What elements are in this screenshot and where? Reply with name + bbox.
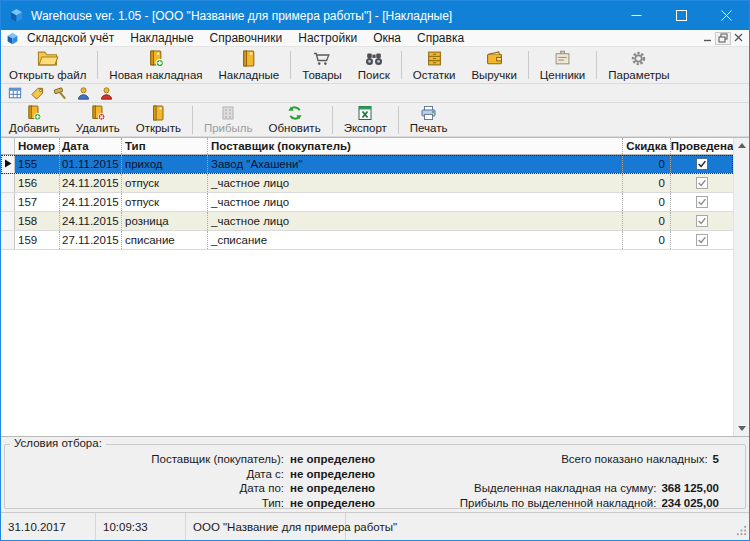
revenue-button[interactable]: Выручки bbox=[463, 47, 524, 83]
status-filler bbox=[346, 513, 749, 540]
cell-date: 24.11.2015 bbox=[60, 174, 122, 192]
totals-summary: Всего показано накладных:5 Выделенная на… bbox=[460, 452, 719, 511]
mdi-restore-button[interactable] bbox=[715, 32, 731, 45]
summary-selected-amount: Выделенная накладная на сумму:368 125,00 bbox=[460, 481, 719, 496]
quick-toolbar bbox=[1, 84, 749, 103]
hammer-icon[interactable] bbox=[51, 85, 70, 102]
cell-posted bbox=[671, 155, 733, 173]
cell-date: 27.11.2015 bbox=[60, 231, 122, 249]
stock-button[interactable]: Остатки bbox=[405, 47, 464, 83]
mdi-close-button[interactable] bbox=[734, 31, 743, 45]
toolbar-separator bbox=[192, 106, 193, 134]
open-file-icon bbox=[37, 50, 59, 68]
posted-checkbox[interactable] bbox=[696, 177, 708, 189]
toolbar-separator bbox=[596, 51, 597, 79]
filter-value: не определено bbox=[290, 496, 375, 511]
summary-label: Выделенная накладная на сумму: bbox=[474, 482, 656, 494]
close-button[interactable] bbox=[704, 1, 749, 30]
window-title: Warehouse ver. 1.05 - [ООО "Название для… bbox=[31, 9, 452, 23]
column-header-number[interactable]: Номер bbox=[15, 138, 60, 154]
scroll-down-icon[interactable] bbox=[738, 426, 746, 431]
user-red-icon[interactable] bbox=[97, 85, 116, 102]
posted-checkbox[interactable] bbox=[696, 215, 708, 227]
cell-supplier: _списание bbox=[208, 231, 623, 249]
row-indicator-cell bbox=[1, 174, 15, 192]
menu-item-directories[interactable]: Справочники bbox=[202, 30, 291, 46]
cell-number: 158 bbox=[15, 212, 60, 230]
price-tags-label: Ценники bbox=[540, 69, 585, 81]
vertical-scrollbar[interactable] bbox=[733, 138, 749, 436]
invoices-button[interactable]: Накладные bbox=[211, 47, 288, 83]
column-header-supplier[interactable]: Поставщик (покупатель) bbox=[208, 138, 623, 154]
search-binoculars-icon bbox=[364, 50, 384, 68]
open-invoice-button[interactable]: Открыть bbox=[128, 103, 189, 136]
new-invoice-button[interactable]: Новая накладная bbox=[101, 47, 210, 83]
cell-discount: 0 bbox=[623, 212, 671, 230]
invoices-grid: Номер Дата Тип Поставщик (покупатель) Ск… bbox=[1, 137, 749, 437]
column-header-posted[interactable]: Проведена bbox=[671, 138, 733, 154]
posted-checkbox[interactable] bbox=[696, 196, 708, 208]
mdi-minimize-button[interactable] bbox=[703, 31, 712, 45]
actions-toolbar: Добавить Удалить Открыть Прибыль Обновит… bbox=[1, 103, 749, 137]
cell-date: 01.11.2015 bbox=[60, 155, 122, 173]
profit-button: Прибыль bbox=[196, 103, 261, 136]
posted-checkbox[interactable] bbox=[696, 234, 708, 246]
row-indicator-cell bbox=[1, 231, 15, 249]
menu-item-help[interactable]: Справка bbox=[409, 30, 472, 46]
print-button[interactable]: Печать bbox=[402, 103, 456, 136]
summary-value: 368 125,00 bbox=[661, 482, 719, 494]
menu-item-windows[interactable]: Окна bbox=[365, 30, 409, 46]
table-grid-icon[interactable] bbox=[5, 85, 24, 102]
maximize-button[interactable] bbox=[659, 1, 704, 30]
filter-field-type: Тип: не определено bbox=[9, 496, 375, 511]
cell-supplier: _частное лицо bbox=[208, 174, 623, 192]
scroll-up-icon[interactable] bbox=[738, 143, 746, 148]
table-row[interactable]: 156 24.11.2015 отпуск _частное лицо 0 bbox=[1, 174, 733, 193]
posted-checkbox[interactable] bbox=[696, 158, 708, 170]
refresh-button[interactable]: Обновить bbox=[261, 103, 329, 136]
summary-value: 234 025,00 bbox=[661, 497, 719, 509]
price-tag-icon[interactable] bbox=[28, 85, 47, 102]
table-row[interactable]: 159 27.11.2015 списание _списание 0 bbox=[1, 231, 733, 250]
open-file-button[interactable]: Открыть файл bbox=[1, 47, 94, 83]
cell-number: 156 bbox=[15, 174, 60, 192]
column-header-discount[interactable]: Скидка bbox=[623, 138, 671, 154]
menu-item-warehouse-accounting[interactable]: Складской учёт bbox=[19, 30, 122, 46]
filter-title: Условия отбора: bbox=[10, 437, 106, 449]
toolbar-separator bbox=[528, 51, 529, 79]
table-row[interactable]: 158 24.11.2015 розница _частное лицо 0 bbox=[1, 212, 733, 231]
invoices-label: Накладные bbox=[219, 69, 280, 81]
cell-type: отпуск bbox=[122, 193, 208, 211]
profit-icon bbox=[220, 105, 236, 121]
grid-header-row: Номер Дата Тип Поставщик (покупатель) Ск… bbox=[1, 138, 733, 155]
search-button[interactable]: Поиск bbox=[350, 47, 398, 83]
user-blue-icon[interactable] bbox=[74, 85, 93, 102]
parameters-button[interactable]: Параметры bbox=[600, 47, 677, 83]
goods-button[interactable]: Товары bbox=[294, 47, 350, 83]
cell-type: приход bbox=[122, 155, 208, 173]
column-header-date[interactable]: Дата bbox=[60, 138, 122, 154]
delete-button[interactable]: Удалить bbox=[68, 103, 128, 136]
add-button[interactable]: Добавить bbox=[1, 103, 68, 136]
open-invoice-icon bbox=[150, 105, 166, 121]
new-invoice-label: Новая накладная bbox=[109, 69, 202, 81]
cell-supplier: Завод "Ахашени" bbox=[208, 155, 623, 173]
toolbar-separator bbox=[332, 106, 333, 134]
refresh-label: Обновить bbox=[269, 122, 321, 134]
minimize-button[interactable] bbox=[614, 1, 659, 30]
cell-discount: 0 bbox=[623, 155, 671, 173]
summary-selected-profit: Прибыль по выделенной накладной:234 025,… bbox=[460, 496, 719, 511]
column-header-type[interactable]: Тип bbox=[122, 138, 208, 154]
cell-date: 24.11.2015 bbox=[60, 212, 122, 230]
resize-grip[interactable] bbox=[736, 525, 747, 538]
table-row[interactable]: 155 01.11.2015 приход Завод "Ахашени" 0 bbox=[1, 155, 733, 174]
price-tags-button[interactable]: Ценники bbox=[532, 47, 593, 83]
export-button[interactable]: Экспорт bbox=[336, 103, 395, 136]
menu-item-invoices[interactable]: Накладные bbox=[122, 30, 201, 46]
app-window: Warehouse ver. 1.05 - [ООО "Название для… bbox=[0, 0, 750, 541]
cell-posted bbox=[671, 231, 733, 249]
menu-item-settings[interactable]: Настройки bbox=[290, 30, 365, 46]
summary-total-shown: Всего показано накладных:5 bbox=[460, 452, 719, 467]
filter-label: Тип: bbox=[9, 496, 284, 511]
table-row[interactable]: 157 24.11.2015 отпуск _частное лицо 0 bbox=[1, 193, 733, 212]
